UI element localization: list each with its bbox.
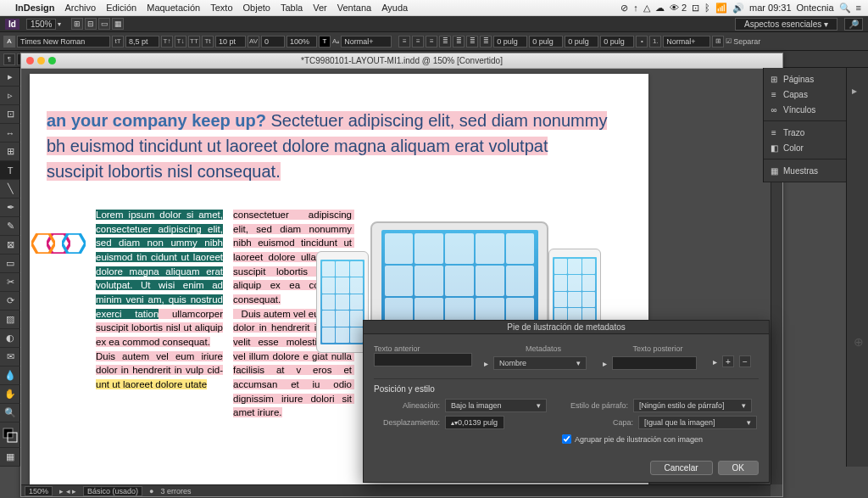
menu-texto[interactable]: Texto — [210, 3, 232, 13]
align-justify-icon[interactable]: ≣ — [453, 36, 465, 48]
separar-check[interactable]: Separar — [733, 37, 760, 46]
leading-field[interactable]: 10 pt — [215, 36, 246, 48]
view-mode-button[interactable]: ⊞ — [71, 18, 83, 30]
view-mode-icon[interactable]: ▦ — [0, 448, 20, 467]
font-field[interactable]: Times New Roman — [17, 36, 110, 48]
menu-objeto[interactable]: Objeto — [243, 3, 270, 13]
status-icon[interactable]: ⊡ — [692, 3, 699, 14]
page-tool-icon[interactable]: ⊡ — [0, 105, 20, 124]
view-mode-button[interactable]: ▦ — [112, 18, 124, 30]
font-size-field[interactable]: 8,5 pt — [125, 36, 159, 48]
status-icon[interactable]: ⊘ — [620, 3, 628, 14]
view-mode-button[interactable]: ▭ — [98, 18, 110, 30]
hscale-field[interactable]: 100% — [287, 36, 317, 48]
remove-row-button[interactable]: − — [739, 355, 751, 367]
smallcaps-icon[interactable]: Tt — [202, 36, 214, 48]
status-info[interactable]: Básico (usado) — [83, 486, 142, 496]
scissors-tool-icon[interactable]: ✂ — [0, 273, 20, 292]
zoom-indicator-icon[interactable]: ⊕ — [854, 335, 864, 349]
panel-capas[interactable]: ≡Capas — [764, 87, 846, 102]
menu-archivo[interactable]: Archivo — [64, 3, 96, 13]
menu-ayuda[interactable]: Ayuda — [381, 3, 408, 13]
group-checkbox[interactable] — [562, 434, 571, 444]
menu-tabla[interactable]: Tabla — [281, 3, 303, 13]
zoom-dropdown-icon[interactable]: ▾ — [58, 20, 61, 28]
align-right-icon[interactable]: ≡ — [426, 36, 437, 48]
app-menu[interactable]: InDesign — [15, 3, 54, 13]
gradient-tool-icon[interactable]: ▨ — [0, 311, 20, 329]
clock[interactable]: mar 09:31 — [749, 3, 792, 13]
add-row-button[interactable]: + — [722, 355, 734, 367]
column-1[interactable]: Lorem ipsum dolor si amet, consectetuer … — [96, 208, 223, 420]
bluetooth-icon[interactable]: ᛒ — [704, 3, 710, 13]
status-icon[interactable]: ↑ — [633, 3, 638, 13]
gap-tool-icon[interactable]: ↔ — [0, 124, 20, 143]
line-tool-icon[interactable]: ╲ — [0, 180, 20, 199]
direct-selection-tool-icon[interactable]: ▹ — [0, 87, 20, 105]
content-tool-icon[interactable]: ⊞ — [0, 143, 20, 161]
columns-icon[interactable]: ⊞ — [712, 36, 724, 48]
note-tool-icon[interactable]: ✉ — [0, 348, 20, 367]
volume-icon[interactable]: 🔊 — [732, 3, 744, 14]
align-justify-icon[interactable]: ≣ — [466, 36, 478, 48]
rail-icon[interactable]: ▸ — [852, 85, 864, 97]
indent-field[interactable]: 0 pulg — [493, 36, 527, 48]
pen-tool-icon[interactable]: ✒ — [0, 199, 20, 217]
zoom-field[interactable]: 150% — [26, 19, 57, 30]
menu-maquetacion[interactable]: Maquetación — [147, 3, 200, 13]
panel-paginas[interactable]: ⊞Páginas — [764, 71, 846, 87]
status-icon[interactable]: △ — [643, 3, 650, 14]
view-mode-button[interactable]: ⊟ — [85, 18, 97, 30]
pencil-tool-icon[interactable]: ✎ — [0, 217, 20, 236]
menu-edicion[interactable]: Edición — [106, 3, 136, 13]
type-tool-icon[interactable]: T — [0, 161, 20, 180]
transform-tool-icon[interactable]: ⟳ — [0, 292, 20, 311]
selection-tool-icon[interactable]: ▸ — [0, 68, 20, 87]
text-after-field[interactable] — [612, 356, 697, 370]
text-before-field[interactable] — [374, 353, 472, 367]
hand-tool-icon[interactable]: ✋ — [0, 385, 20, 404]
user-name[interactable]: Ontecnia — [797, 3, 834, 13]
indent-field[interactable]: 0 pulg — [600, 36, 634, 48]
metadata-dropdown[interactable]: Nombre▾ — [493, 356, 587, 370]
menu-ver[interactable]: Ver — [313, 3, 327, 13]
headline-text[interactable]: an your company keep up? Sectetuer adipi… — [47, 108, 632, 184]
fill-stroke-icon[interactable] — [0, 422, 20, 448]
align-dropdown[interactable]: Bajo la imagen▾ — [445, 399, 547, 412]
tracking-field[interactable]: 0 — [261, 36, 285, 48]
notifications-icon[interactable]: ≡ — [856, 3, 861, 13]
spotlight-icon[interactable]: 🔍 — [839, 3, 851, 14]
char-mode-icon[interactable]: A — [3, 36, 15, 48]
workspace-switcher[interactable]: Aspectos esenciales ▾ — [735, 18, 837, 31]
align-justify-icon[interactable]: ≣ — [439, 36, 451, 48]
gradient-feather-tool-icon[interactable]: ◐ — [0, 329, 20, 348]
allcaps-icon[interactable]: TT — [188, 36, 200, 48]
para-mode-icon[interactable]: ¶ — [3, 53, 15, 65]
status-errors[interactable]: 3 errores — [161, 487, 192, 495]
align-center-icon[interactable]: ≡ — [412, 36, 424, 48]
align-left-icon[interactable]: ≡ — [398, 36, 410, 48]
panel-trazo[interactable]: ≡Trazo — [764, 125, 846, 140]
panel-color[interactable]: ◧Color — [764, 140, 846, 155]
fill-swatch-icon[interactable]: T — [319, 36, 331, 48]
para-style2-field[interactable]: Normal+ — [663, 36, 710, 48]
status-icon[interactable]: 👁 2 — [670, 3, 687, 13]
cancel-button[interactable]: Cancelar — [650, 461, 713, 475]
numbers-icon[interactable]: 1. — [649, 36, 661, 48]
eyedropper-tool-icon[interactable]: 💧 — [0, 367, 20, 385]
status-icon[interactable]: ☁ — [655, 3, 665, 14]
rectangle-tool-icon[interactable]: ▭ — [0, 255, 20, 273]
status-zoom[interactable]: 150% — [25, 486, 53, 496]
pstyle-dropdown[interactable]: [Ningún estilo de párrafo]▾ — [633, 399, 752, 412]
panel-vinculos[interactable]: ∞Vínculos — [764, 102, 846, 117]
bullets-icon[interactable]: • — [636, 36, 648, 48]
indent-field[interactable]: 0 pulg — [529, 36, 563, 48]
align-justify-icon[interactable]: ≣ — [480, 36, 492, 48]
offset-field[interactable]: ▴▾ 0,0139 pulg — [445, 416, 504, 429]
search-icon[interactable]: 🔎 — [844, 18, 863, 31]
ok-button[interactable]: OK — [718, 461, 759, 475]
para-style-field[interactable]: Normal+ — [341, 36, 392, 48]
panel-muestras[interactable]: ▦Muestras — [764, 163, 846, 178]
subscript-icon[interactable]: T↓ — [175, 36, 186, 48]
indent-field[interactable]: 0 pulg — [565, 36, 598, 48]
